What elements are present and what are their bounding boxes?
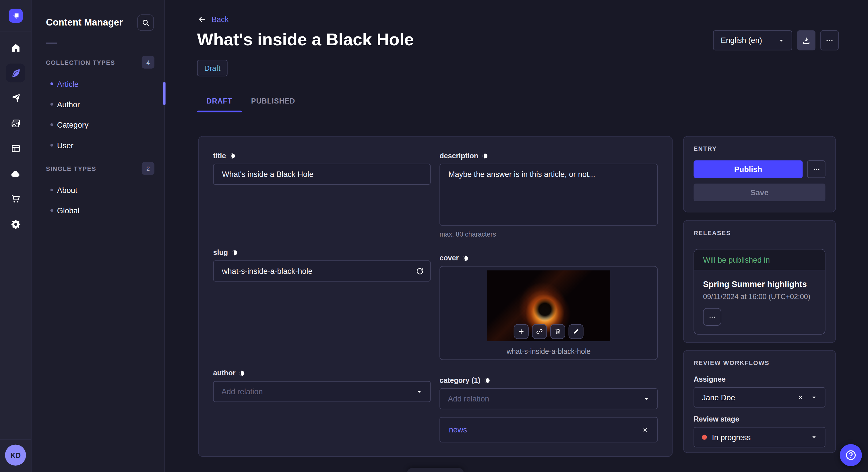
nav-releases-button[interactable]: [6, 89, 25, 108]
delete-media-button[interactable]: [550, 324, 565, 339]
entry-more-button[interactable]: [807, 160, 826, 178]
arrow-left-icon: [197, 15, 206, 24]
review-stage-select[interactable]: In progress: [693, 427, 825, 447]
remove-relation-button[interactable]: [642, 427, 648, 433]
slug-input[interactable]: [213, 260, 431, 281]
collection-types-label: COLLECTION TYPES: [46, 59, 115, 65]
strapi-logo[interactable]: [9, 9, 23, 23]
more-actions-button[interactable]: [820, 30, 839, 50]
main-content: Back What's inside a Black Hole Draft En…: [165, 0, 868, 472]
author-field: author Add relation: [213, 369, 431, 402]
nav-settings-button[interactable]: [6, 214, 25, 233]
chevron-down-icon: [811, 434, 817, 440]
sidebar-item-global[interactable]: Global: [32, 200, 164, 221]
clear-assignee-button[interactable]: [797, 394, 804, 401]
edit-media-button[interactable]: [569, 324, 584, 339]
entry-sidebar: ENTRY Publish Save RELEASES Will be publ…: [683, 136, 836, 453]
bullet-icon: [50, 144, 53, 146]
publish-button[interactable]: Publish: [693, 160, 803, 178]
cart-icon: [10, 194, 21, 204]
sidebar-scroll-indicator[interactable]: [163, 82, 166, 105]
slug-field-label: slug: [213, 248, 228, 257]
release-name: Spring Summer highlights: [703, 279, 816, 289]
search-icon: [142, 19, 150, 27]
nav-layout-button[interactable]: [6, 139, 25, 158]
stage-status-dot: [702, 435, 707, 440]
globe-icon: [462, 255, 469, 261]
sidebar-item-user[interactable]: User: [32, 135, 164, 156]
review-workflows-panel: REVIEW WORKFLOWS Assignee Jane Doe Revie…: [683, 350, 836, 453]
chevron-down-icon: [416, 389, 422, 395]
globe-icon: [484, 377, 490, 383]
version-tabs: DRAFT PUBLISHED: [197, 91, 305, 110]
title-field: title: [213, 151, 431, 185]
bullet-icon: [50, 123, 53, 126]
review-panel-title: REVIEW WORKFLOWS: [693, 360, 825, 366]
description-textarea[interactable]: Maybe the answer is in this article, or …: [439, 164, 658, 226]
sidebar-item-about[interactable]: About: [32, 180, 164, 200]
description-hint: max. 80 characters: [439, 231, 658, 238]
trash-icon: [554, 328, 561, 335]
edit-form-card: title slug: [198, 136, 673, 457]
status-badge: Draft: [197, 60, 228, 76]
feather-icon: [10, 68, 21, 78]
assignee-select[interactable]: Jane Doe: [693, 387, 825, 407]
regenerate-slug-button[interactable]: [415, 260, 424, 281]
relation-link-news[interactable]: news: [449, 425, 467, 434]
user-avatar[interactable]: KD: [5, 445, 26, 466]
author-relation-select[interactable]: Add relation: [213, 381, 431, 402]
add-media-button[interactable]: [514, 324, 529, 339]
sidebar-divider: [46, 42, 57, 43]
release-status: Will be published in: [694, 249, 825, 270]
sidebar-item-category[interactable]: Category: [32, 114, 164, 135]
page-title: What's inside a Black Hole: [197, 30, 414, 49]
nav-content-manager-button[interactable]: [6, 64, 25, 82]
ellipsis-icon: [825, 36, 834, 44]
globe-icon: [482, 152, 488, 159]
export-button[interactable]: [797, 30, 815, 50]
help-button[interactable]: [840, 444, 862, 466]
author-field-label: author: [213, 369, 236, 377]
copy-link-button[interactable]: [532, 324, 547, 339]
title-field-label: title: [213, 151, 226, 160]
save-button[interactable]: Save: [693, 183, 825, 201]
question-circle-icon: [845, 449, 857, 461]
release-date: 09/11/2024 at 16:00 (UTC+02:00): [703, 293, 816, 301]
single-types-count-badge: 2: [142, 162, 154, 175]
chevron-down-icon: [643, 396, 649, 402]
nav-media-library-button[interactable]: [6, 114, 25, 133]
tab-published[interactable]: PUBLISHED: [242, 91, 305, 110]
download-icon: [802, 36, 810, 44]
title-input[interactable]: [213, 164, 431, 185]
cover-filename: what-s-inside-a-black-hole: [507, 347, 591, 356]
tab-draft[interactable]: DRAFT: [197, 91, 242, 110]
release-more-button[interactable]: [703, 308, 721, 326]
home-icon: [10, 42, 21, 53]
single-types-section: SINGLE TYPES 2 About Global: [32, 162, 164, 221]
nav-rail: KD: [0, 0, 32, 472]
nav-deploy-button[interactable]: [6, 164, 25, 183]
plus-icon: [518, 328, 525, 335]
ellipsis-icon: [709, 313, 716, 321]
category-relation-select[interactable]: Add relation: [439, 388, 658, 409]
search-button[interactable]: [137, 14, 154, 31]
release-card: Will be published in Spring Summer highl…: [693, 249, 825, 335]
sidebar-item-author[interactable]: Author: [32, 94, 164, 114]
nav-purchase-button[interactable]: [6, 190, 25, 208]
category-field-label: category (1): [439, 376, 480, 384]
chevron-down-icon: [778, 37, 784, 43]
globe-icon: [229, 152, 236, 159]
chevron-down-icon: [811, 394, 817, 400]
assignee-label: Assignee: [693, 375, 825, 383]
collection-types-count-badge: 4: [142, 56, 154, 69]
back-link[interactable]: Back: [197, 15, 228, 24]
sidebar-item-article[interactable]: Article: [32, 73, 164, 94]
pencil-icon: [572, 328, 580, 335]
images-icon: [10, 118, 21, 129]
paper-plane-icon: [10, 93, 21, 103]
nav-home-button[interactable]: [6, 38, 25, 57]
description-field-label: description: [439, 151, 478, 160]
description-field: description Maybe the answer is in this …: [439, 151, 658, 238]
cover-media-card: what-s-inside-a-black-hole: [439, 266, 658, 360]
locale-select[interactable]: English (en): [713, 30, 792, 50]
